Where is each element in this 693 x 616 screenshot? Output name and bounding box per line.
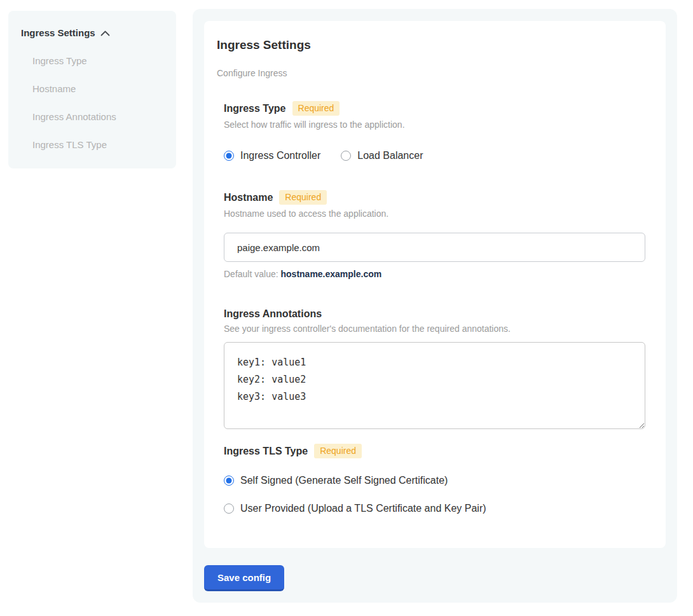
required-badge: Required (314, 444, 362, 458)
annotations-textarea[interactable]: key1: value1 key2: value2 key3: value3 (224, 342, 645, 429)
page-title: Ingress Settings (217, 38, 647, 52)
radio-unselected-icon (224, 503, 234, 514)
section-hostname: Hostname Required Hostname used to acces… (224, 190, 647, 279)
radio-label: Load Balancer (357, 150, 423, 161)
sidebar-group-ingress-settings[interactable]: Ingress Settings (21, 27, 163, 38)
sidebar-item-ingress-annotations[interactable]: Ingress Annotations (32, 111, 163, 122)
annotations-help: See your ingress controller's documentat… (224, 324, 647, 334)
required-badge: Required (292, 101, 340, 116)
ingress-type-label: Ingress Type (224, 103, 286, 114)
section-ingress-type: Ingress Type Required Select how traffic… (224, 101, 647, 161)
radio-ingress-controller[interactable]: Ingress Controller (224, 150, 320, 161)
hostname-input[interactable] (224, 233, 645, 262)
chevron-up-icon (100, 31, 110, 36)
default-value-prefix: Default value: (224, 269, 281, 279)
sidebar-item-ingress-tls-type[interactable]: Ingress TLS Type (32, 139, 163, 150)
annotations-label: Ingress Annotations (224, 308, 322, 320)
config-group-card: Ingress Settings Configure Ingress Ingre… (204, 21, 666, 548)
group-description: Configure Ingress (217, 68, 647, 78)
section-ingress-tls-type: Ingress TLS Type Required Self Signed (G… (224, 444, 647, 514)
sidebar-item-list: Ingress Type Hostname Ingress Annotation… (21, 55, 163, 150)
config-nav-sidebar: Ingress Settings Ingress Type Hostname I… (8, 11, 176, 168)
radio-label: User Provided (Upload a TLS Certificate … (240, 503, 486, 514)
radio-selected-icon (224, 151, 234, 161)
sidebar-item-ingress-type[interactable]: Ingress Type (32, 55, 163, 66)
hostname-help: Hostname used to access the application. (224, 209, 647, 219)
required-badge: Required (279, 190, 327, 205)
radio-unselected-icon (341, 151, 351, 161)
section-ingress-annotations: Ingress Annotations See your ingress con… (224, 308, 647, 432)
sidebar-item-hostname[interactable]: Hostname (32, 83, 163, 94)
radio-label: Self Signed (Generate Self Signed Certif… (240, 475, 448, 486)
radio-selected-icon (224, 476, 234, 486)
hostname-label: Hostname (224, 192, 273, 203)
sidebar-group-label: Ingress Settings (21, 27, 95, 38)
ingress-type-help: Select how traffic will ingress to the a… (224, 120, 647, 130)
radio-label: Ingress Controller (240, 150, 320, 161)
config-main-panel: Ingress Settings Configure Ingress Ingre… (193, 9, 677, 603)
default-value-text: hostname.example.com (281, 269, 382, 279)
tls-type-label: Ingress TLS Type (224, 446, 308, 457)
ingress-type-radio-group: Ingress Controller Load Balancer (224, 150, 647, 161)
hostname-default-value: Default value: hostname.example.com (224, 269, 647, 279)
radio-user-provided[interactable]: User Provided (Upload a TLS Certificate … (224, 503, 647, 514)
radio-self-signed[interactable]: Self Signed (Generate Self Signed Certif… (224, 475, 647, 486)
radio-load-balancer[interactable]: Load Balancer (341, 150, 423, 161)
save-config-button[interactable]: Save config (204, 565, 284, 591)
